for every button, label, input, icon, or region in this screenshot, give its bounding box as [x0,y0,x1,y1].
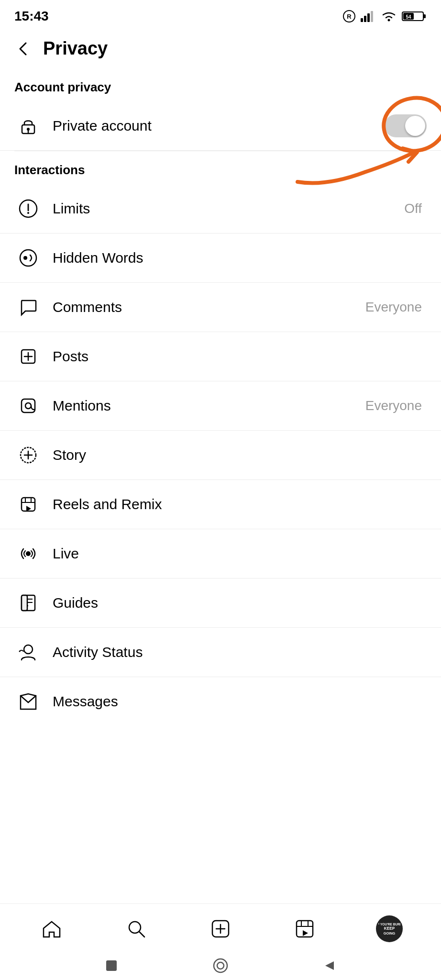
mentions-row[interactable]: Mentions Everyone [0,381,441,431]
nav-search[interactable] [117,914,155,943]
svg-point-17 [27,212,29,214]
svg-rect-4 [367,13,370,22]
svg-point-18 [20,250,36,266]
posts-row[interactable]: Posts [0,332,441,381]
nav-create[interactable] [201,914,240,943]
toggle-switch[interactable] [385,114,427,137]
svg-point-24 [25,403,31,409]
comment-icon [14,293,42,321]
svg-point-56 [217,962,224,969]
guides-icon [14,589,42,617]
posts-icon [14,343,42,370]
account-privacy-label: Account privacy [0,68,441,101]
wifi-icon [381,10,397,23]
private-account-label: Private account [53,118,385,134]
bottom-nav: IF YOU'RE BURN KEEP GOING [0,903,441,951]
svg-rect-5 [371,11,373,22]
messages-icon [14,688,42,715]
svg-point-6 [388,19,390,22]
posts-label: Posts [53,348,427,365]
guides-label: Guides [53,595,427,611]
activity-icon [14,638,42,666]
hidden-words-row[interactable]: Hidden Words [0,234,441,283]
private-account-row[interactable]: Private account [0,101,441,151]
story-icon [14,441,42,469]
nav-reels[interactable] [286,914,324,943]
story-label: Story [53,447,427,463]
svg-text:KEEP: KEEP [384,926,395,930]
svg-point-55 [214,959,227,972]
signal-icon [361,10,376,23]
lock-icon [14,112,42,140]
comments-value: Everyone [365,300,422,315]
android-home-button[interactable] [211,957,230,975]
messages-row[interactable]: Messages [0,677,441,726]
r-icon: R [342,10,356,23]
status-icons: R 54 [342,10,427,23]
toggle-knob [405,116,425,136]
svg-point-32 [26,551,31,556]
svg-rect-8 [423,14,426,18]
status-bar: 15:43 R 54 [0,0,441,29]
live-row[interactable]: Live [0,529,441,579]
svg-rect-37 [22,595,27,611]
header: Privacy [0,29,441,68]
live-label: Live [53,546,427,562]
story-row[interactable]: Story [0,431,441,480]
activity-status-row[interactable]: Activity Status [0,628,441,677]
limits-value: Off [404,201,422,216]
back-button[interactable] [14,40,32,57]
activity-status-label: Activity Status [53,644,427,660]
messages-label: Messages [53,693,427,710]
reels-icon [14,490,42,518]
reels-label: Reels and Remix [53,496,427,512]
nav-profile[interactable]: IF YOU'RE BURN KEEP GOING [370,914,408,943]
status-time: 15:43 [14,9,49,24]
svg-text:GOING: GOING [383,931,395,935]
live-icon [14,540,42,568]
android-nav-bar [0,951,441,980]
svg-rect-23 [22,399,35,412]
svg-point-19 [23,256,27,260]
android-recents-button[interactable] [103,958,120,974]
svg-rect-54 [106,960,117,971]
mentions-label: Mentions [53,398,365,414]
hidden-words-icon [14,244,42,272]
svg-text:IF YOU'RE BURN: IF YOU'RE BURN [378,923,400,926]
svg-text:R: R [347,13,352,20]
svg-rect-2 [361,18,363,22]
page-title: Privacy [43,38,108,59]
svg-rect-3 [364,16,366,22]
interactions-label: Interactions [0,151,441,184]
limits-label: Limits [53,200,404,217]
mentions-value: Everyone [365,398,422,413]
mention-icon [14,392,42,420]
hidden-words-label: Hidden Words [53,250,427,266]
limits-row[interactable]: Limits Off [0,184,441,234]
comments-label: Comments [53,299,365,315]
svg-point-40 [19,651,21,652]
android-back-button[interactable] [321,958,338,974]
svg-line-42 [139,932,144,937]
svg-text:54: 54 [406,14,411,20]
guides-row[interactable]: Guides [0,579,441,628]
reels-row[interactable]: Reels and Remix [0,480,441,529]
comments-row[interactable]: Comments Everyone [0,283,441,332]
battery-icon: 54 [402,10,427,23]
exclamation-circle-icon [14,195,42,223]
private-account-toggle[interactable] [385,114,427,137]
svg-point-39 [24,645,33,654]
nav-home[interactable] [33,914,71,943]
content-area: Account privacy Private account Interact… [0,68,441,831]
